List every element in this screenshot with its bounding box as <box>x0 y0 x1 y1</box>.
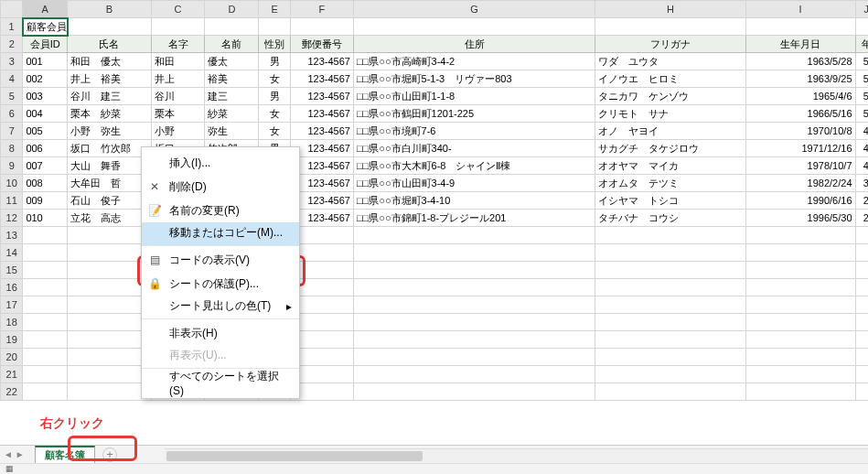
cell[interactable] <box>595 331 746 349</box>
cell[interactable] <box>595 279 746 296</box>
cell[interactable]: タニカワ ケンゾウ <box>595 88 746 105</box>
cell[interactable]: 女 <box>259 123 291 140</box>
cell[interactable]: 123-4567 <box>290 70 353 88</box>
cell[interactable] <box>23 314 68 331</box>
worksheet-grid[interactable]: A B C D E F G H I J 1 顧客会員名簿 2 会員ID 氏名 名… <box>0 0 868 445</box>
row-header[interactable]: 14 <box>1 244 23 262</box>
cell[interactable]: オノ ヤヨイ <box>595 123 746 140</box>
cell[interactable]: 女 <box>259 70 291 88</box>
cell[interactable] <box>745 279 855 296</box>
cell[interactable]: 53 <box>855 105 868 123</box>
cell[interactable] <box>595 349 746 366</box>
cell[interactable]: 003 <box>23 88 68 105</box>
cell[interactable] <box>855 331 868 349</box>
cell[interactable]: 37 <box>855 175 868 192</box>
cell[interactable] <box>855 18 868 36</box>
scroll-thumb[interactable] <box>166 451 423 461</box>
cell[interactable] <box>353 18 595 36</box>
cell[interactable]: 谷川 <box>151 88 205 105</box>
cell[interactable] <box>855 244 868 262</box>
cell[interactable]: 004 <box>23 105 68 123</box>
cell[interactable] <box>855 383 868 401</box>
cell[interactable] <box>68 227 151 244</box>
header-cell[interactable]: 会員ID <box>23 36 68 53</box>
cell[interactable]: □□県○○市山田町3-4-9 <box>353 175 595 192</box>
cell[interactable]: 56 <box>855 53 868 70</box>
cell[interactable]: イシヤマ トシコ <box>595 192 746 210</box>
cell[interactable]: 建三 <box>205 88 259 105</box>
cell[interactable] <box>595 314 746 331</box>
cell[interactable] <box>595 244 746 262</box>
cell[interactable]: 紗菜 <box>205 105 259 123</box>
row-header[interactable]: 15 <box>1 262 23 279</box>
cell[interactable]: イノウエ ヒロミ <box>595 70 746 88</box>
cell[interactable] <box>353 331 595 349</box>
cell[interactable] <box>595 366 746 383</box>
cell[interactable] <box>745 296 855 314</box>
cell[interactable]: □□県○○市錦町1-8-プレジール201 <box>353 210 595 227</box>
cell[interactable]: 123-4567 <box>290 88 353 105</box>
cell[interactable]: 弥生 <box>205 123 259 140</box>
cell[interactable] <box>595 383 746 401</box>
cell[interactable] <box>855 366 868 383</box>
row-header[interactable]: 12 <box>1 210 23 227</box>
cell[interactable]: 23 <box>855 210 868 227</box>
ctx-protect-sheet[interactable]: 🔒シートの保護(P)... <box>142 272 299 296</box>
cell[interactable]: □□県○○市鶴田町1201-225 <box>353 105 595 123</box>
cell[interactable] <box>595 18 746 36</box>
cell[interactable] <box>745 244 855 262</box>
row-header[interactable]: 11 <box>1 192 23 210</box>
cell[interactable]: 立花 高志 <box>68 210 151 227</box>
cell[interactable] <box>855 349 868 366</box>
cell[interactable]: □□県○○市堀町3-4-10 <box>353 192 595 210</box>
cell[interactable]: 1965/4/6 <box>745 88 855 105</box>
ctx-insert[interactable]: 挿入(I)... <box>142 151 299 175</box>
row-header[interactable]: 1 <box>1 18 23 36</box>
row-header[interactable]: 13 <box>1 227 23 244</box>
cell[interactable] <box>68 296 151 314</box>
col-header-E[interactable]: E <box>259 1 291 18</box>
cell[interactable] <box>855 314 868 331</box>
cell[interactable] <box>23 349 68 366</box>
cell[interactable]: 井上 裕美 <box>68 70 151 88</box>
header-cell[interactable]: 名前 <box>205 36 259 53</box>
row-header[interactable]: 19 <box>1 331 23 349</box>
cell[interactable] <box>23 279 68 296</box>
cell[interactable]: 1982/2/24 <box>745 175 855 192</box>
header-cell[interactable]: 郵便番号 <box>290 36 353 53</box>
cell[interactable]: 001 <box>23 53 68 70</box>
row-header[interactable]: 3 <box>1 53 23 70</box>
cell[interactable] <box>68 314 151 331</box>
cell[interactable]: 栗本 紗菜 <box>68 105 151 123</box>
cell[interactable] <box>595 227 746 244</box>
row-header[interactable]: 16 <box>1 279 23 296</box>
cell[interactable]: 56 <box>855 70 868 88</box>
header-cell[interactable]: フリガナ <box>595 36 746 53</box>
cell[interactable]: 002 <box>23 70 68 88</box>
row-header[interactable]: 20 <box>1 349 23 366</box>
cell[interactable] <box>23 383 68 401</box>
cell[interactable]: 1996/5/30 <box>745 210 855 227</box>
cell[interactable] <box>353 349 595 366</box>
cell[interactable]: 123-4567 <box>290 53 353 70</box>
header-cell[interactable]: 生年月日 <box>745 36 855 53</box>
select-all-corner[interactable] <box>1 1 23 18</box>
cell[interactable] <box>745 331 855 349</box>
cell[interactable]: クリモト サナ <box>595 105 746 123</box>
cell[interactable] <box>353 366 595 383</box>
cell[interactable] <box>23 331 68 349</box>
cell[interactable]: 裕美 <box>205 70 259 88</box>
cell[interactable]: オオムタ テツミ <box>595 175 746 192</box>
header-cell[interactable]: 性別 <box>259 36 291 53</box>
row-header[interactable]: 9 <box>1 157 23 175</box>
cell[interactable]: 49 <box>855 123 868 140</box>
cell[interactable] <box>23 262 68 279</box>
cell[interactable]: □□県○○市高崎町3-4-2 <box>353 53 595 70</box>
cell[interactable]: 和田 <box>151 53 205 70</box>
cell[interactable]: □□県○○市大木町6-8 シャインⅡ棟 <box>353 157 595 175</box>
cell[interactable] <box>745 383 855 401</box>
cell[interactable]: □□県○○市白川町340- <box>353 140 595 157</box>
row-header[interactable]: 6 <box>1 105 23 123</box>
col-header-C[interactable]: C <box>151 1 205 18</box>
cell[interactable]: 優太 <box>205 53 259 70</box>
